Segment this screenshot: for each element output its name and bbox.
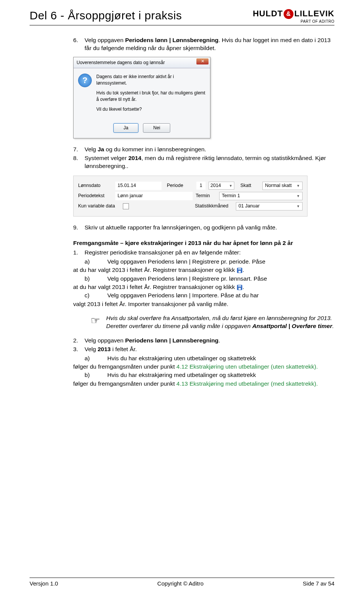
note-end: .	[332, 323, 334, 329]
select-termin[interactable]: Termin 1▼	[219, 192, 303, 200]
step-number: 3.	[73, 345, 85, 353]
step-8: 8. Systemet velger 2014, men du må regis…	[73, 154, 334, 170]
chevron-down-icon: ▼	[297, 184, 300, 188]
dialog-titlebar: Uoverenstemmelse dagens dato og lønnsår …	[74, 57, 210, 69]
s1b-end: .	[243, 284, 244, 290]
s3-t2: i feltet År.	[111, 346, 137, 352]
s2-end: .	[218, 337, 220, 344]
hand-icon: ☞	[91, 316, 100, 330]
s3b-cont-text: følger du fremgangsmåten under punkt	[73, 380, 176, 387]
link-4-12[interactable]: 4.12 Ekstrakjøring uten utbetalinger (ut…	[176, 363, 318, 370]
label-statmnd: Statistikkmåned	[195, 203, 233, 209]
footer-rule	[30, 578, 334, 578]
save-icon	[237, 285, 242, 290]
sub-letter: a)	[73, 257, 107, 265]
termin-value: Termin 1	[222, 193, 240, 199]
form-screenshot: Lønnsdato 15.01.14 Periode 1 2014▼ Skatt…	[73, 176, 308, 217]
s3a-text: Hvis du har ekstrakjøring uten utbetalin…	[107, 354, 256, 362]
step-number: 2.	[73, 336, 85, 344]
sub-step-1: 1. Registrer periodiske transaksjoner på…	[73, 248, 334, 256]
footer-version: Versjon 1.0	[30, 580, 58, 587]
brand-subtitle: PART OF ADITRO	[253, 20, 334, 24]
label-lonnsdato: Lønnsdato	[78, 182, 112, 189]
sub-letter: b)	[73, 371, 107, 379]
s2-bold: Periodens lønn | Lønnsberegning	[125, 337, 218, 344]
step9-text: Skriv ut aktuelle rapporter fra lønnskjø…	[85, 223, 277, 231]
step7-bold: Ja	[97, 146, 104, 152]
sub-a: a) Velg oppgaven Periodens lønn | Regist…	[73, 257, 334, 265]
checkbox-kunvar[interactable]	[123, 203, 129, 209]
sub-b: b) Velg oppgaven Periodens lønn | Regist…	[73, 275, 334, 283]
sub-step-2: 2. Velg oppgaven Periodens lønn | Lønnsb…	[73, 336, 334, 344]
step7-text-b: og du kommer inn i lønnsberegningen.	[104, 146, 206, 152]
input-lonnsdato[interactable]: 15.01.14	[115, 182, 162, 190]
page-title: Del 6 - Årsoppgjøret i praksis	[30, 9, 182, 22]
step8-text-a: Systemet velger	[85, 155, 128, 161]
s1a-text: Velg oppgaven Periodens lønn | Registrer…	[107, 257, 265, 265]
sub-3a: a) Hvis du har ekstrakjøring uten utbeta…	[73, 354, 334, 362]
sub-step-3: 3. Velg 2013 i feltet År.	[73, 345, 334, 353]
s3a-cont-text: følger du fremgangsmåten under punkt	[73, 363, 176, 370]
s3b-cont: følger du fremgangsmåten under punkt 4.1…	[73, 380, 334, 388]
skatt-value: Normal skatt	[265, 182, 292, 189]
dialog-screenshot: Uoverenstemmelse dagens dato og lønnsår …	[73, 57, 210, 138]
s1b-cont: at du har valgt 2013 i feltet År. Regist…	[73, 283, 334, 291]
page-footer: Versjon 1.0 Copyright © Aditro Side 7 av…	[30, 578, 334, 587]
step7-text-a: Velg	[85, 146, 97, 152]
step-7: 7. Velg Ja og du kommer inn i lønnsbereg…	[73, 145, 334, 153]
ja-button[interactable]: Ja	[113, 123, 139, 133]
s1a-cont: at du har valgt 2013 i feltet År. Regist…	[73, 266, 334, 274]
s1c-cont: valgt 2013 i feltet År. Importer transak…	[73, 300, 334, 308]
select-periode-year[interactable]: 2014▼	[209, 182, 234, 190]
s1-text: Registrer periodiske transaksjoner på en…	[85, 248, 241, 256]
step-number: 7.	[73, 145, 85, 153]
step6-bold: Periodens lønn | Lønnsberegning	[125, 37, 218, 43]
header-rule	[30, 25, 334, 25]
step8-bold: 2014	[128, 155, 141, 161]
brand-amp-icon: &	[284, 9, 293, 19]
s2-t1: Velg oppgaven	[85, 337, 125, 344]
s3-bold: 2013	[97, 346, 110, 352]
s1c-text: Velg oppgaven Periodens lønn | Importere…	[107, 291, 259, 299]
select-skatt[interactable]: Normal skatt▼	[262, 182, 303, 190]
step6-text-a: Velg oppgaven	[85, 37, 125, 43]
step-9: 9. Skriv ut aktuelle rapporter fra lønns…	[73, 223, 334, 231]
dialog-p1: Dagens dato er ikke innenfor aktivt år i…	[96, 74, 206, 86]
dialog-p3: Vil du likevel fortsette?	[96, 106, 206, 113]
s3b-text: Hvis du har ekstrakjøring med utbetaling…	[107, 371, 256, 379]
sub-c: c) Velg oppgaven Periodens lønn | Import…	[73, 291, 334, 299]
label-skatt: Skatt	[240, 182, 259, 189]
input-periodetekst[interactable]: Lønn januar	[115, 192, 193, 200]
nei-button[interactable]: Nei	[143, 123, 170, 133]
dialog-p2: Hvis du tok systemet i bruk fjor, har du…	[96, 90, 206, 102]
s1a-end: .	[243, 267, 244, 273]
step-6: 6. Velg oppgaven Periodens lønn | Lønnsb…	[73, 36, 334, 52]
save-icon	[237, 268, 242, 273]
s3-t1: Velg	[85, 346, 97, 352]
chevron-down-icon: ▼	[297, 194, 300, 198]
close-icon[interactable]: ✕	[196, 58, 209, 64]
step-number: 9.	[73, 223, 85, 231]
s1b-text: Velg oppgaven Periodens lønn | Registrer…	[107, 275, 267, 283]
link-4-13[interactable]: 4.13 Ekstrakjøring med utbetalinger (med…	[176, 380, 318, 387]
brand-logo: HULDT&LILLEVIK PART OF ADITRO	[253, 9, 334, 24]
dialog-title-text: Uoverenstemmelse dagens dato og lønnsår	[77, 60, 165, 65]
label-periode: Periode	[167, 182, 193, 189]
chevron-down-icon: ▼	[229, 184, 232, 188]
s1a-cont-text: at du har valgt 2013 i feltet År. Regist…	[73, 267, 235, 273]
step-number: 8.	[73, 154, 85, 170]
sub-letter: c)	[73, 291, 107, 299]
year-value: 2014	[210, 182, 221, 189]
sub-letter: a)	[73, 354, 107, 362]
footer-page: Side 7 av 54	[303, 580, 334, 587]
input-periode-num[interactable]: 1	[196, 182, 206, 190]
label-periodetekst: Periodetekst	[78, 193, 112, 199]
step-number: 1.	[73, 248, 85, 256]
s3a-cont: følger du fremgangsmåten under punkt 4.1…	[73, 363, 334, 371]
label-kunvar: Kun variable data	[78, 203, 120, 209]
sub-letter: b)	[73, 275, 107, 283]
chevron-down-icon: ▼	[297, 204, 300, 209]
footer-copyright: Copyright © Aditro	[157, 580, 204, 587]
select-statmnd[interactable]: 01 Januar▼	[236, 202, 303, 210]
label-termin: Termin	[196, 193, 216, 199]
